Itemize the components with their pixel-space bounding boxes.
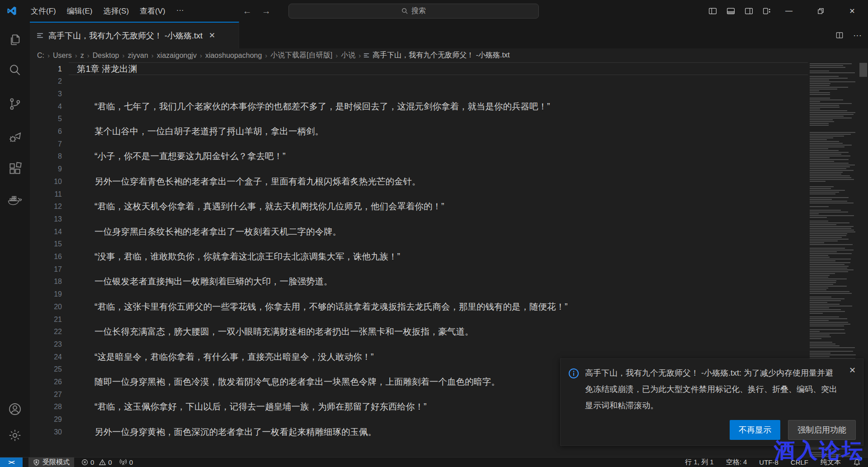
explorer-icon[interactable]	[0, 28, 30, 52]
settings-gear-icon[interactable]	[0, 424, 30, 447]
breadcrumb-item[interactable]: xiazaigongjv	[156, 52, 198, 60]
minimap-line	[810, 161, 834, 162]
breadcrumb-item[interactable]: ziyvan	[127, 52, 149, 60]
editor-line-3[interactable]: 3	[30, 88, 808, 100]
minimap-line	[810, 248, 845, 249]
code-text: “君临，这枚天机令你拿着，真遇到什么事，就去天机阁找你几位师兄，他们会罩着你的！…	[77, 200, 444, 213]
minimap-line	[810, 291, 849, 292]
breadcrumb-item[interactable]: xiaoshuopachong	[204, 52, 263, 60]
editor-line-17[interactable]: 17	[30, 263, 808, 276]
minimap-line	[810, 304, 840, 305]
menu-item-3[interactable]: 查看(V)	[134, 4, 171, 18]
code-text: “没事，君临，谁敢欺负你，你就拿着这北凉王印去北凉调集大军，诛他九族！”	[77, 250, 400, 263]
menu-item-0[interactable]: 文件(F)	[25, 4, 61, 18]
breadcrumb-separator: ›	[263, 52, 269, 59]
run-debug-icon[interactable]	[0, 125, 30, 149]
shield-icon	[33, 459, 40, 466]
problems-indicator[interactable]: 0 0	[81, 458, 112, 466]
command-center-search[interactable]: 搜索	[288, 4, 539, 19]
minimap-line	[810, 103, 852, 104]
minimap-line	[810, 148, 828, 149]
editor-line-16[interactable]: 16 “没事，君临，谁敢欺负你，你就拿着这北凉王印去北凉调集大军，诛他九族！”	[30, 250, 808, 263]
restricted-mode-badge[interactable]: 受限模式	[28, 458, 74, 467]
remote-indicator[interactable]: ><	[0, 458, 23, 467]
breadcrumb-item[interactable]: Desktop	[92, 52, 120, 60]
menu-item-1[interactable]: 编辑(E)	[61, 4, 98, 18]
editor-line-22[interactable]: 22 一位长得充满富态，膀大腰圆，一双小眼睛充满财迷相的老者扔出一张黑卡和一枚扳…	[30, 325, 808, 338]
minimap-line	[810, 259, 851, 259]
line-number: 1	[30, 63, 62, 75]
accounts-icon[interactable]	[0, 397, 30, 421]
customize-layout-icon[interactable]	[762, 6, 772, 16]
tab-bar: 高手下山，我有九个无敌师父！ -小殇殇.txt ✕ ···	[30, 22, 868, 48]
editor-line-18[interactable]: 18 一位银发老者直接掏出一枚雕刻着巨蟒的大印，一脸强势道。	[30, 275, 808, 288]
line-number: 17	[30, 263, 62, 276]
editor-line-7[interactable]: 7	[30, 138, 808, 151]
tab-novel-file[interactable]: 高手下山，我有九个无敌师父！ -小殇殇.txt ✕	[30, 22, 239, 48]
breadcrumb-item[interactable]: 小说下载器[自研版]	[269, 51, 333, 60]
editor-line-19[interactable]: 19	[30, 288, 808, 301]
toggle-sidebar-icon[interactable]	[708, 6, 717, 16]
feedback-indicator[interactable]: 0	[119, 458, 133, 466]
editor-line-2[interactable]: 2	[30, 75, 808, 88]
editor-line-14[interactable]: 14 一位身穿黑白条纹长袍的老者拿出了一枚刻着天机二字的令牌。	[30, 226, 808, 238]
tab-close-icon[interactable]: ✕	[209, 31, 215, 40]
docker-icon[interactable]	[0, 189, 30, 212]
minimap-line	[810, 331, 820, 332]
status-bar: >< 受限模式 0 0	[0, 457, 868, 467]
line-number: 20	[30, 301, 62, 313]
breadcrumb-separator: ›	[73, 52, 80, 59]
line-number: 28	[30, 401, 62, 413]
editor-line-4[interactable]: 4 “君临，七年了，我们几个老家伙的本事你学的也都差不多了，是时候回去了，这混元…	[30, 100, 808, 113]
editor-line-15[interactable]: 15	[30, 238, 808, 250]
line-number: 11	[30, 188, 62, 201]
menu-more-icon[interactable]: ···	[171, 4, 189, 18]
editor-more-actions-icon[interactable]: ···	[853, 30, 862, 40]
toggle-panel-icon[interactable]	[726, 6, 736, 16]
editor-line-1[interactable]: 1第1章 潜龙出渊	[30, 63, 808, 75]
notification-toast: 高手下山，我有九个无敌师父！ -小殇殇.txt: 为了减少内存使用量并避免冻结或…	[560, 359, 863, 446]
toggle-secondary-sidebar-icon[interactable]	[744, 6, 754, 16]
cursor-position[interactable]: 行 1, 列 1	[685, 458, 713, 467]
editor-line-23[interactable]: 23	[30, 338, 808, 351]
activity-bar	[0, 22, 30, 457]
dont-show-again-button[interactable]: 不再显示	[730, 420, 780, 440]
editor-line-5[interactable]: 5	[30, 113, 808, 125]
code-text: “君临，这张卡里有你五师父的一些零花钱，你拿去用，不够的话就拿着龙魂扳指去龙氏商…	[77, 301, 568, 313]
editor-line-9[interactable]: 9	[30, 163, 808, 175]
breadcrumb-separator: ›	[149, 52, 156, 59]
editor-line-11[interactable]: 11	[30, 188, 808, 201]
search-view-icon[interactable]	[0, 58, 30, 82]
minimap-line	[810, 105, 839, 106]
breadcrumb-item[interactable]: 小说	[340, 51, 356, 60]
breadcrumb-item[interactable]: z	[80, 52, 85, 60]
editor-line-12[interactable]: 12 “君临，这枚天机令你拿着，真遇到什么事，就去天机阁找你几位师兄，他们会罩着…	[30, 200, 808, 213]
minimize-button[interactable]: —	[773, 0, 805, 22]
restore-button[interactable]	[805, 0, 836, 22]
close-window-button[interactable]: ✕	[836, 0, 868, 22]
editor-line-6[interactable]: 6 某个山谷中，一位白胡子老道捋了捋山羊胡，拿出一柄剑。	[30, 125, 808, 138]
breadcrumb-item[interactable]: C:	[36, 52, 45, 60]
source-control-icon[interactable]	[0, 92, 30, 116]
breadcrumb-file[interactable]: 高手下山，我有九个无敌师父！ -小殇殇.txt	[363, 51, 509, 60]
menu-item-2[interactable]: 选择(S)	[98, 4, 134, 18]
editor-line-20[interactable]: 20 “君临，这张卡里有你五师父的一些零花钱，你拿去用，不够的话就拿着龙魂扳指去…	[30, 301, 808, 313]
minimap-line	[810, 322, 848, 323]
scrollbar-slider[interactable]	[859, 63, 867, 77]
minimap-line	[810, 342, 832, 343]
line-number: 25	[30, 363, 62, 376]
minimap-line	[810, 110, 847, 111]
extensions-icon[interactable]	[0, 157, 30, 180]
nav-forward-button[interactable]: →	[262, 6, 271, 16]
breadcrumb-item[interactable]: Users	[52, 52, 73, 60]
split-editor-icon[interactable]	[835, 31, 844, 40]
editor-line-10[interactable]: 10 另外一位穿着青色长袍的老者拿出一个盒子，里面有着九根闪烁着炙热光芒的金针。	[30, 175, 808, 188]
editor-line-13[interactable]: 13	[30, 213, 808, 226]
minimap-line	[810, 165, 855, 165]
nav-back-button[interactable]: ←	[243, 6, 252, 16]
indent-setting[interactable]: 空格: 4	[726, 458, 747, 467]
notification-close-icon[interactable]: ✕	[849, 365, 856, 375]
line-number: 21	[30, 313, 62, 326]
editor-line-21[interactable]: 21	[30, 313, 808, 326]
editor-line-8[interactable]: 8 “小子，你不是一直想要这九阳金针么？拿去吧！”	[30, 150, 808, 163]
